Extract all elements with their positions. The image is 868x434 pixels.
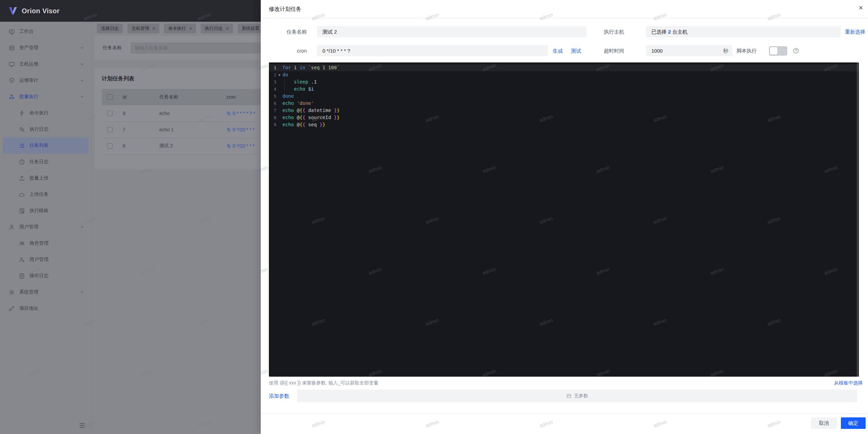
- tab-close-icon[interactable]: ✕: [152, 26, 155, 31]
- script-exec-toggle[interactable]: [769, 46, 787, 56]
- sidebar-item-8[interactable]: 任务日志: [3, 154, 88, 170]
- fold-spacer: [276, 86, 282, 93]
- code-text: for i in `seq 1 100`: [282, 64, 340, 71]
- cron-input[interactable]: 0 */10 * * * ?: [317, 45, 548, 56]
- sidebar-item-14[interactable]: 用户管理: [3, 251, 88, 268]
- select-all-checkbox[interactable]: [107, 94, 113, 100]
- code-line-6: 6echo 'done': [269, 100, 859, 107]
- timeout-unit: 秒: [723, 45, 728, 56]
- tab-2[interactable]: 命令执行✕: [164, 24, 196, 33]
- cell-cron-link[interactable]: 0 */10 * * *: [226, 127, 255, 132]
- sidebar-item-2[interactable]: 主机运维: [3, 56, 88, 72]
- sidebar-item-label: 用户管理: [29, 257, 48, 263]
- sidebar-item-label: 任务日志: [29, 159, 48, 165]
- line-number: 5: [271, 93, 276, 100]
- fold-spacer: [276, 100, 282, 107]
- sidebar-item-label: 任务列表: [29, 143, 48, 149]
- cell-id: 6: [123, 138, 125, 154]
- tab-label: 执行日志: [205, 25, 222, 32]
- sidebar-item-15[interactable]: 操作日志: [3, 268, 88, 284]
- cancel-button[interactable]: 取消: [811, 417, 837, 429]
- exec-host-label: 执行主机: [586, 26, 624, 37]
- add-param-link[interactable]: 添加参数: [269, 390, 289, 402]
- sidebar-item-1[interactable]: 资产管理: [3, 40, 88, 56]
- timeout-input[interactable]: 1000秒: [646, 45, 732, 56]
- batch-icon: [8, 93, 15, 100]
- code-text: done: [282, 93, 294, 100]
- sidebar-item-12[interactable]: 用户管理: [3, 219, 88, 235]
- param-hint: 使用 @{{ xxx }} 来替换参数, 输入_可以获取全部变量: [269, 379, 378, 386]
- reselect-hosts-link[interactable]: 重新选择: [845, 26, 865, 37]
- dashboard-icon: [8, 28, 15, 35]
- copy-icon[interactable]: [226, 128, 231, 132]
- sidebar-item-4[interactable]: 批量执行: [3, 89, 88, 105]
- tab-3[interactable]: 执行日志✕: [201, 24, 233, 33]
- logo-icon: [8, 6, 18, 16]
- line-number: 1: [271, 64, 276, 71]
- line-number: 3: [271, 78, 276, 86]
- row-checkbox[interactable]: [107, 127, 113, 132]
- line-number: 4: [271, 86, 276, 93]
- sidebar-item-3[interactable]: 运维审计: [3, 72, 88, 89]
- sidebar-item-16[interactable]: 系统管理: [3, 284, 88, 300]
- assets-icon: [8, 44, 15, 51]
- code-line-9: 9echo @{{ seq }}: [269, 121, 859, 128]
- row-checkbox[interactable]: [107, 111, 113, 116]
- sidebar-item-5[interactable]: 命令执行: [3, 105, 88, 121]
- tab-0[interactable]: 连接日志: [97, 24, 123, 33]
- column-id: id: [123, 89, 126, 105]
- cell-cron-link[interactable]: 0 */10 * * *: [226, 143, 255, 149]
- chevron-up-icon: [80, 225, 84, 229]
- sidebar-item-label: 执行日志: [29, 126, 48, 132]
- sidebar-item-7[interactable]: 任务列表: [3, 137, 88, 154]
- sidebar-item-11[interactable]: 执行模板: [3, 203, 88, 219]
- indent-guide: [284, 78, 285, 86]
- tab-close-icon[interactable]: ✕: [225, 26, 229, 31]
- script-editor[interactable]: 1for i in `seq 1 100`2∨do3 sleep .14 ech…: [269, 62, 859, 377]
- help-icon[interactable]: [793, 48, 799, 54]
- fold-spacer: [276, 64, 282, 71]
- user-add-icon: [18, 256, 25, 263]
- edit-task-drawer: 修改计划任务 ✕ 任务名称 测试 2 执行主机 已选择 2 台主机 重新选择 c…: [261, 0, 868, 434]
- collapse-sidebar-icon[interactable]: [78, 422, 86, 429]
- sidebar-item-6[interactable]: 执行日志: [3, 121, 88, 137]
- cron-generate-link[interactable]: 生成: [553, 45, 563, 56]
- cell-cron-link[interactable]: 0 * * * * ? *: [226, 111, 255, 116]
- sidebar-item-label: 项目地址: [19, 305, 38, 312]
- tab-label: 系统设置: [242, 25, 259, 32]
- close-icon[interactable]: ✕: [859, 5, 863, 11]
- tab-close-icon[interactable]: ✕: [189, 26, 192, 31]
- tab-1[interactable]: 主机管理✕: [127, 24, 159, 33]
- sidebar-item-0[interactable]: 工作台: [3, 23, 88, 40]
- line-number: 6: [271, 100, 276, 107]
- sidebar-item-label: 工作台: [19, 29, 34, 35]
- task-name-label: 任务名称: [269, 26, 307, 37]
- host-count: 2: [668, 29, 671, 35]
- cron-test-link[interactable]: 测试: [571, 45, 581, 56]
- task-name-input[interactable]: 测试 2: [317, 26, 587, 37]
- screen: Orion Visor 工作台资产管理主机运维运维审计批量执行命令执行执行日志任…: [0, 0, 868, 434]
- code-text: echo $i: [282, 86, 314, 93]
- user-icon: [8, 224, 15, 230]
- code-text: do: [282, 71, 288, 78]
- sidebar-item-17[interactable]: 项目地址: [3, 300, 88, 317]
- row-checkbox[interactable]: [107, 143, 113, 149]
- search-label: 任务名称: [103, 36, 122, 60]
- audit-shield-icon: [8, 77, 15, 84]
- fold-chevron-icon[interactable]: ∨: [276, 71, 282, 78]
- copy-icon[interactable]: [226, 111, 231, 116]
- choose-from-template-link[interactable]: 从模板中选择: [834, 379, 863, 386]
- exec-host-field[interactable]: 已选择 2 台主机: [646, 26, 841, 37]
- sidebar-item-9[interactable]: 批量上传: [3, 170, 88, 186]
- cloud-icon: [18, 191, 25, 198]
- cell-name: echo 1: [159, 121, 174, 138]
- task-log-icon: [18, 158, 25, 165]
- sidebar-item-13[interactable]: 角色管理: [3, 235, 88, 251]
- cron-label: cron: [269, 45, 307, 56]
- copy-icon[interactable]: [226, 144, 231, 148]
- line-number: 8: [271, 114, 276, 121]
- sidebar-item-label: 执行模板: [29, 208, 48, 214]
- tab-label: 命令执行: [168, 25, 186, 32]
- sidebar-item-10[interactable]: 上传任务: [3, 186, 88, 203]
- confirm-button[interactable]: 确定: [841, 417, 866, 429]
